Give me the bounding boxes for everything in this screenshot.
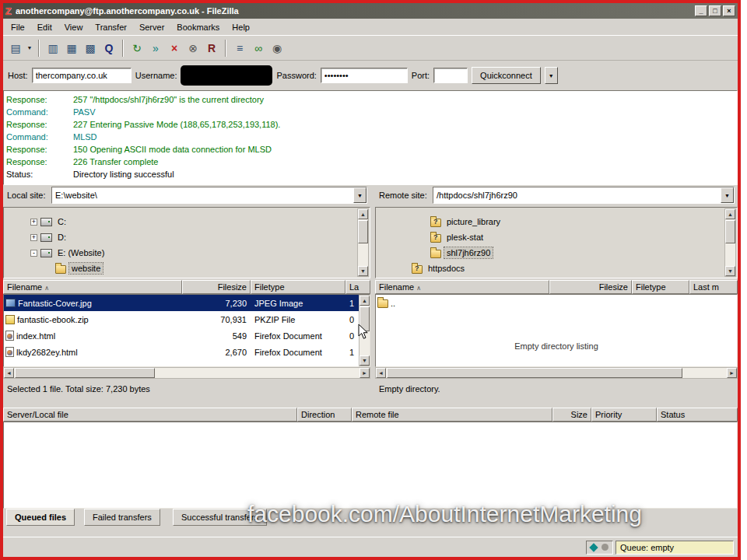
scroll-up-icon[interactable]: ▲ — [725, 209, 735, 219]
html-file-icon — [5, 331, 14, 341]
tree-item-drive-e[interactable]: - E: (Website) — [4, 245, 370, 261]
menu-server[interactable]: Server — [133, 20, 170, 34]
directory-comparison-icon[interactable]: ≡ — [230, 39, 249, 58]
scrollbar-thumb[interactable] — [387, 368, 682, 378]
menu-view[interactable]: View — [58, 20, 89, 34]
file-type: Firefox Document — [253, 327, 345, 344]
file-last-modified: 0 — [348, 327, 359, 344]
remote-list-hscrollbar[interactable]: ◄ ► — [375, 367, 738, 379]
tree-item-website[interactable]: website — [4, 261, 370, 276]
scrollbar-thumb[interactable] — [358, 220, 368, 243]
local-tree-toggle-icon[interactable]: ▦ — [62, 39, 81, 58]
folder-unknown-icon: ? — [412, 265, 423, 274]
column-header-filetype[interactable]: Filetype — [251, 280, 345, 294]
column-header-lastmodified[interactable]: Last m — [689, 280, 738, 294]
column-header-lastmodified[interactable]: La — [345, 280, 370, 294]
find-files-icon[interactable]: ◉ — [268, 39, 286, 58]
port-input[interactable] — [433, 68, 468, 83]
scroll-down-icon[interactable]: ▼ — [359, 355, 370, 366]
scrollbar-thumb[interactable] — [15, 368, 155, 378]
column-header-filetype[interactable]: Filetype — [632, 280, 689, 294]
chevron-down-icon[interactable]: ▼ — [721, 187, 734, 203]
menu-file[interactable]: File — [5, 20, 31, 34]
scroll-down-icon[interactable]: ▼ — [725, 266, 735, 276]
scroll-down-icon[interactable]: ▼ — [358, 266, 368, 276]
tree-item-plesk-stat[interactable]: ? plesk-stat — [376, 229, 737, 245]
expand-toggle-icon[interactable]: + — [30, 219, 37, 226]
queue-status-text: Queue: empty — [620, 543, 674, 552]
local-list-hscrollbar[interactable]: ◄ ► — [3, 367, 370, 379]
tree-item-label: shl7jh6rz90 — [444, 247, 493, 258]
scroll-right-icon[interactable]: ► — [727, 368, 737, 378]
scroll-left-icon[interactable]: ◄ — [376, 368, 386, 378]
process-queue-icon[interactable]: » — [146, 39, 165, 58]
tree-item-drive-d[interactable]: + D: — [4, 229, 370, 245]
tree-item-label: C: — [55, 216, 68, 227]
close-button[interactable]: × — [723, 5, 735, 16]
message-log-toggle-icon[interactable]: ▥ — [44, 39, 62, 58]
menu-edit[interactable]: Edit — [31, 20, 58, 34]
column-header-size[interactable]: Size — [552, 408, 591, 422]
site-manager-dropdown-icon[interactable]: ▼ — [25, 39, 34, 58]
maximize-button[interactable]: □ — [709, 5, 721, 16]
remote-site-combo[interactable]: /httpdocs/shl7jh6rz90 ▼ — [433, 187, 735, 204]
scroll-up-icon[interactable]: ▲ — [359, 296, 370, 306]
log-line: Status:Directory listing successful — [6, 168, 735, 180]
column-header-filesize[interactable]: Filesize — [182, 280, 251, 294]
column-header-filesize[interactable]: Filesize — [549, 280, 632, 294]
reconnect-icon[interactable]: R — [202, 39, 221, 58]
synchronized-browsing-icon[interactable]: ∞ — [249, 39, 268, 58]
scroll-left-icon[interactable]: ◄ — [4, 368, 14, 378]
password-input[interactable] — [321, 68, 408, 83]
tree-item-httpsdocs[interactable]: ? httpsdocs — [376, 261, 737, 276]
chevron-down-icon[interactable]: ▼ — [353, 187, 366, 203]
column-header-filename[interactable]: Filename ∧ — [3, 280, 182, 294]
queue-toggle-icon[interactable]: Q — [100, 39, 118, 58]
column-header-remote-file[interactable]: Remote file — [352, 408, 552, 422]
column-header-filename[interactable]: Filename ∧ — [375, 280, 549, 294]
cancel-icon[interactable]: × — [165, 39, 184, 58]
file-row-fantastic-cover[interactable]: Fantastic-Cover.jpg 7,230 JPEG Image 1 — [4, 295, 359, 311]
collapse-toggle-icon[interactable]: - — [30, 250, 37, 257]
file-row-index-html[interactable]: index.html 549 Firefox Document 0 — [4, 327, 359, 344]
remote-tree-toggle-icon[interactable]: ▩ — [81, 39, 100, 58]
tree-item-shl7jh6rz90[interactable]: shl7jh6rz90 — [376, 245, 737, 261]
scrollbar-thumb[interactable] — [725, 220, 735, 243]
quickconnect-button[interactable]: Quickconnect — [472, 67, 541, 84]
image-file-icon — [5, 299, 16, 307]
site-manager-icon[interactable]: ▤ — [6, 39, 25, 58]
tab-queued-files[interactable]: Queued files — [6, 509, 75, 526]
title-bar[interactable]: Z anothercompany@ftp.anothercompany.co.u… — [3, 3, 738, 19]
scroll-up-icon[interactable]: ▲ — [358, 209, 368, 219]
updir-row[interactable]: .. — [376, 295, 738, 311]
file-row-lkdy2682ey[interactable]: lkdy2682ey.html 2,670 Firefox Document 1 — [4, 344, 359, 360]
file-row-fantastic-ebook[interactable]: fantastic-ebook.zip 70,931 PKZIP File 0 — [4, 311, 359, 327]
remote-tree-scrollbar[interactable]: ▲ ▼ — [724, 208, 736, 277]
local-site-combo[interactable]: E:\website\ ▼ — [51, 187, 367, 204]
column-header-status[interactable]: Status — [657, 408, 738, 422]
host-input[interactable] — [32, 68, 132, 83]
tree-item-drive-c[interactable]: + C: — [4, 214, 370, 229]
minimize-button[interactable]: _ — [695, 5, 707, 16]
quickconnect-dropdown-icon[interactable]: ▼ — [545, 67, 558, 84]
column-header-direction[interactable]: Direction — [297, 408, 352, 422]
tree-item-label: httpsdocs — [426, 263, 467, 274]
column-header-server-local-file[interactable]: Server/Local file — [3, 408, 297, 422]
scroll-right-icon[interactable]: ► — [359, 368, 370, 378]
disconnect-icon[interactable]: ⊗ — [184, 39, 202, 58]
username-input-redacted[interactable] — [181, 65, 272, 86]
folder-unknown-icon: ? — [430, 234, 441, 243]
file-last-modified: 1 — [348, 295, 359, 311]
filezilla-logo-icon: Z — [5, 5, 12, 17]
column-header-priority[interactable]: Priority — [591, 408, 657, 422]
tree-item-label: E: (Website) — [55, 247, 107, 258]
refresh-icon[interactable]: ↻ — [128, 39, 146, 58]
menu-transfer[interactable]: Transfer — [89, 20, 133, 34]
file-last-modified: 0 — [348, 311, 359, 327]
local-tree-scrollbar[interactable]: ▲ ▼ — [357, 208, 369, 277]
menu-help[interactable]: Help — [226, 20, 256, 34]
menu-bookmarks[interactable]: Bookmarks — [170, 20, 226, 34]
tab-failed-transfers[interactable]: Failed transfers — [84, 509, 160, 526]
tree-item-picture-library[interactable]: ? picture_library — [376, 214, 737, 229]
expand-toggle-icon[interactable]: + — [30, 234, 37, 241]
